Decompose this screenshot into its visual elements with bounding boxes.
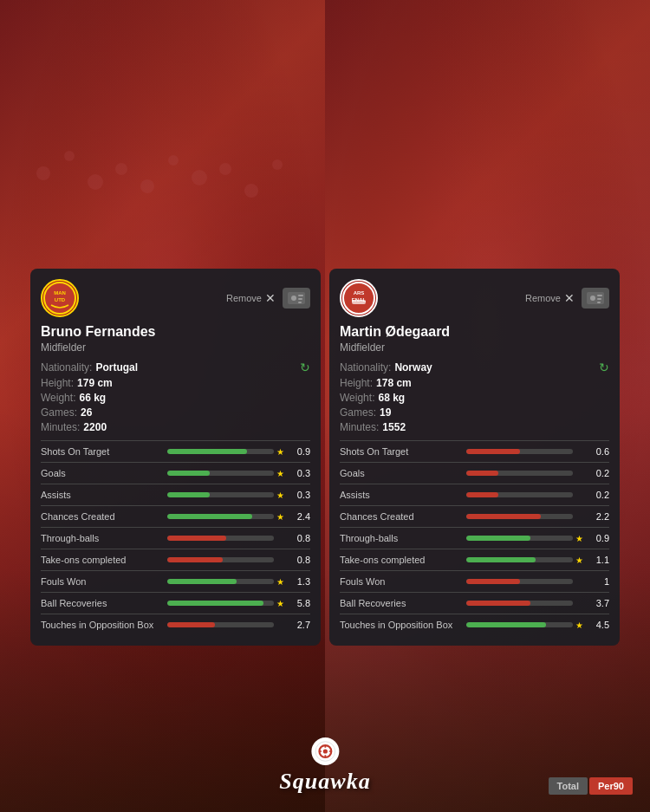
stat-row: Chances Created★2.4 — [41, 511, 310, 522]
remove-x-bruno[interactable]: ✕ — [265, 291, 276, 305]
stat-bar — [167, 492, 210, 497]
per90-toggle-button[interactable]: Per90 — [589, 777, 633, 795]
player-info-bruno: Nationality: Portugal ↻ Height: 179 cm W… — [41, 361, 310, 433]
nationality-value-bruno: Portugal — [95, 361, 138, 374]
stat-bar-container — [167, 557, 274, 562]
stat-bar-container — [167, 536, 274, 541]
stat-value: 0.2 — [585, 490, 609, 500]
stat-divider — [41, 592, 310, 593]
info-nationality-bruno: Nationality: Portugal ↻ — [41, 361, 310, 374]
stat-value-container: ★0.9 — [279, 446, 310, 457]
stats-section-bruno: Shots On Target★0.9Goals★0.3Assists★0.3C… — [41, 440, 310, 630]
stat-bar — [167, 622, 215, 627]
stat-divider — [340, 527, 609, 528]
svg-rect-28 — [597, 302, 601, 303]
stat-value-container: ★4.5 — [578, 620, 609, 630]
remove-label-bruno: Remove — [226, 293, 262, 303]
stat-bar — [167, 579, 237, 584]
stat-bar — [167, 557, 223, 562]
stat-value: 1.3 — [286, 576, 310, 587]
stat-row: Ball Recoveries★5.8 — [41, 598, 310, 608]
stat-divider — [41, 505, 310, 506]
stat-value: 0.3 — [286, 468, 310, 478]
squawka-logo-icon — [311, 737, 339, 765]
games-value-odegaard: 19 — [380, 406, 391, 419]
stat-value-container: 0.6 — [578, 446, 609, 457]
stat-star-icon: ★ — [276, 469, 284, 478]
info-weight-odegaard: Weight: 68 kg — [340, 392, 609, 404]
stat-name-label: Touches in Opposition Box — [340, 620, 461, 630]
minutes-value-odegaard: 1552 — [382, 421, 406, 433]
stat-bar — [167, 536, 226, 541]
stat-value-container: 1 — [578, 576, 609, 587]
remove-x-odegaard[interactable]: ✕ — [564, 291, 575, 305]
stat-value: 0.9 — [585, 533, 609, 543]
stat-bar-container — [466, 536, 573, 541]
refresh-icon-odegaard[interactable]: ↻ — [599, 361, 609, 374]
stat-value-container: 0.2 — [578, 490, 609, 500]
svg-point-25 — [590, 296, 595, 301]
squawka-name: Squawka — [279, 769, 370, 795]
stat-name-label: Take-ons completed — [41, 555, 162, 565]
stat-value-container: 3.7 — [578, 598, 609, 608]
club-logo-arsenal: ARS ENAL — [340, 279, 378, 317]
stat-name-label: Ball Recoveries — [41, 598, 162, 608]
stat-value-container: ★0.3 — [279, 468, 310, 478]
stat-star-icon: ★ — [276, 512, 284, 522]
stat-bar — [167, 449, 247, 454]
remove-button-bruno[interactable]: Remove ✕ — [226, 291, 276, 305]
info-weight-bruno: Weight: 66 kg — [41, 392, 310, 404]
stat-value: 0.8 — [286, 533, 310, 543]
stat-divider — [340, 549, 609, 549]
stat-value: 2.7 — [286, 620, 310, 630]
refresh-icon-bruno[interactable]: ↻ — [300, 361, 310, 374]
player-position-bruno: Midfielder — [41, 341, 310, 354]
svg-rect-27 — [597, 298, 601, 300]
stat-value: 0.9 — [286, 446, 310, 457]
stat-divider — [41, 484, 310, 484]
stat-value: 2.2 — [585, 511, 609, 522]
height-value-bruno: 179 cm — [77, 377, 113, 389]
svg-rect-17 — [298, 295, 303, 296]
stat-value: 4.5 — [585, 620, 609, 630]
stat-bar — [167, 471, 210, 476]
stat-bar-container — [167, 601, 274, 606]
stat-value: 0.3 — [286, 490, 310, 500]
stat-row: Ball Recoveries3.7 — [340, 598, 609, 608]
stat-bar-container — [466, 492, 573, 497]
remove-label-odegaard: Remove — [525, 293, 561, 303]
stat-value-container: 0.8 — [279, 555, 310, 565]
remove-button-odegaard[interactable]: Remove ✕ — [525, 291, 575, 305]
stat-value: 0.2 — [585, 468, 609, 478]
stat-bar — [167, 601, 263, 606]
svg-point-31 — [322, 749, 327, 753]
stat-bar-container — [466, 622, 573, 627]
info-minutes-bruno: Minutes: 2200 — [41, 421, 310, 433]
stat-divider — [41, 614, 310, 614]
stat-star-icon: ★ — [276, 577, 284, 587]
info-height-bruno: Height: 179 cm — [41, 377, 310, 389]
stat-row: Take-ons completed0.8 — [41, 555, 310, 565]
stat-star-icon: ★ — [276, 447, 284, 457]
stat-value-container: ★2.4 — [279, 511, 310, 522]
stat-name-label: Shots On Target — [41, 446, 162, 457]
stat-value: 2.4 — [286, 511, 310, 522]
stat-row: Touches in Opposition Box★4.5 — [340, 620, 609, 630]
svg-text:MAN: MAN — [54, 290, 66, 296]
stat-name-label: Through-balls — [340, 533, 461, 543]
stat-divider — [340, 592, 609, 593]
stat-row: Shots On Target0.6 — [340, 446, 609, 457]
branding: Squawka — [279, 737, 370, 795]
card-icon-bruno — [283, 288, 310, 309]
stat-bar — [466, 536, 530, 541]
stat-name-label: Assists — [41, 490, 162, 500]
stat-star-icon: ★ — [575, 555, 583, 565]
stat-bar-container — [167, 471, 274, 476]
stat-divider — [340, 570, 609, 571]
total-toggle-button[interactable]: Total — [549, 777, 588, 795]
stat-value: 1 — [585, 576, 609, 587]
stat-row: Take-ons completed★1.1 — [340, 555, 609, 565]
stat-star-icon: ★ — [276, 599, 284, 608]
stat-row: Touches in Opposition Box2.7 — [41, 620, 310, 630]
player-card-bruno: MAN UTD Remove ✕ Bruno Fernandes Midfiel… — [30, 269, 321, 646]
